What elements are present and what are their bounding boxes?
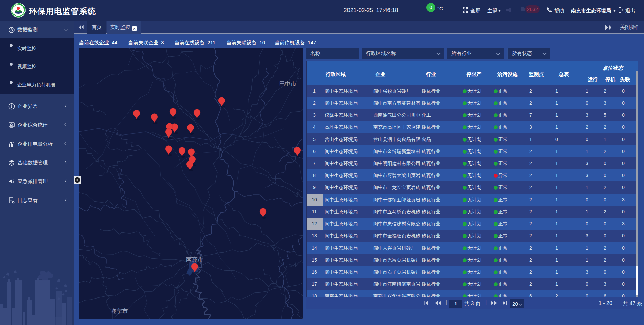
svg-text:遂宁市: 遂宁市 (111, 308, 128, 314)
svg-text:南充市: 南充市 (186, 256, 203, 263)
svg-text:巴中市: 巴中市 (279, 80, 297, 87)
